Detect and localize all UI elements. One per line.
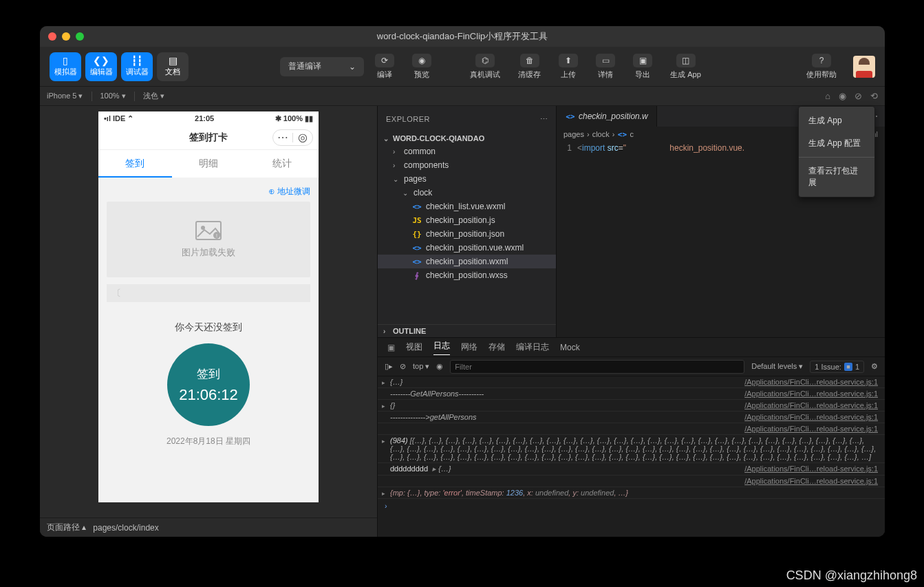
editor-pane: EXPLORER⋯ ⌄WORD-CLOCK-QIANDAO ›common ›c… (377, 106, 885, 537)
preview-button[interactable]: ◉预览 (405, 54, 438, 80)
help-icon: ? (812, 54, 831, 67)
simulator-footer: 页面路径 ▴ pages/clock/index (40, 517, 377, 537)
file-item[interactable]: ∮checkin_position.wxss (378, 268, 556, 282)
rotate-icon[interactable]: ⟲ (870, 91, 878, 101)
device-select[interactable]: iPhone 5 ▾ (47, 92, 83, 100)
editor-tab-active[interactable]: <>checkin_position.w (557, 106, 657, 127)
upload-button[interactable]: ⬆上传 (552, 54, 585, 80)
tab-detail[interactable]: 明细 (172, 150, 246, 178)
context-select[interactable]: top ▾ (413, 362, 429, 371)
theme-select[interactable]: 浅色 ▾ (143, 91, 164, 101)
image-fail-label: 图片加载失败 (182, 246, 235, 259)
tab-signin[interactable]: 签到 (98, 150, 172, 178)
issue-badge[interactable]: 1 Issue:■1 (810, 361, 864, 373)
adjust-location-link[interactable]: ⊕ 地址微调 (107, 186, 310, 198)
doc-icon: ▤ (169, 56, 178, 65)
phone-navbar: 签到打卡 ⋯◎ (98, 125, 319, 150)
maximize-window-icon[interactable] (76, 32, 84, 41)
signin-button[interactable]: 签到 21:06:12 (167, 343, 250, 426)
clear-console-icon[interactable]: ⊘ (400, 362, 406, 371)
tab-log[interactable]: 日志 (433, 340, 450, 355)
docs-button[interactable]: ▤文档 (157, 52, 189, 81)
folder-pages[interactable]: ⌄pages (378, 172, 556, 186)
capsule-close-icon[interactable]: ◎ (293, 131, 312, 144)
folder-clock[interactable]: ⌄clock (378, 186, 556, 200)
gen-app-dropdown: 生成 App 生成 App 配置 查看云打包进展 (798, 106, 875, 198)
file-item-active[interactable]: <>checkin_position.wxml (378, 255, 556, 268)
tab-storage[interactable]: 存储 (488, 341, 505, 353)
menu-view-progress[interactable]: 查看云打包进展 (799, 160, 874, 194)
sidebar-toggle-icon[interactable]: ▯▸ (385, 362, 393, 371)
compile-mode-dropdown[interactable]: 普通编译⌄ (280, 57, 364, 76)
log-source-link[interactable]: /Applications/FinCli…reload-service.js:1 (744, 378, 878, 386)
more-icon[interactable]: ⋯ (540, 115, 548, 124)
simulator-subbar: iPhone 5 ▾ 100% ▾ 浅色 ▾ ⌂ ◉ ⊘ ⟲ (40, 87, 885, 106)
trash-icon: 🗑 (520, 54, 539, 67)
file-item[interactable]: {}checkin_position.json (378, 227, 556, 241)
console-prompt[interactable]: › (378, 499, 885, 513)
wxml-icon: <> (565, 112, 574, 121)
mute-icon[interactable]: ⊘ (855, 91, 862, 101)
location-icon[interactable]: ◉ (839, 91, 846, 101)
log-source-link[interactable]: /Applications/FinCli…reload-service.js:1 (744, 477, 878, 485)
zoom-select[interactable]: 100% ▾ (100, 92, 126, 100)
log-source-link[interactable]: /Applications/FinCli…reload-service.js:1 (744, 389, 878, 398)
capsule-buttons: ⋯◎ (272, 129, 313, 146)
status-time: 21:05 (195, 114, 214, 122)
inspect-icon[interactable]: ▣ (387, 343, 395, 352)
editor-toggle[interactable]: ❮❯编辑器 (85, 52, 117, 81)
debugger-toggle[interactable]: ┇┇调试器 (121, 52, 153, 81)
home-icon[interactable]: ⌂ (825, 91, 830, 101)
chevron-down-icon: ⌄ (349, 62, 356, 72)
tab-view[interactable]: 视图 (406, 341, 422, 353)
console-filter[interactable] (450, 360, 744, 374)
project-root[interactable]: ⌄WORD-CLOCK-QIANDAO (378, 132, 556, 145)
folder-components[interactable]: ›components (378, 158, 556, 172)
folder-common[interactable]: ›common (378, 145, 556, 158)
broken-image-icon: ! (195, 220, 222, 241)
close-window-icon[interactable] (48, 32, 56, 41)
file-item[interactable]: JScheckin_position.js (378, 213, 556, 227)
menu-gen-config[interactable]: 生成 App 配置 (799, 132, 874, 155)
traffic-lights (40, 32, 84, 41)
compile-button[interactable]: ⟳编译 (368, 54, 401, 80)
details-button[interactable]: ▭详情 (589, 54, 622, 80)
folder-icon: ▣ (633, 54, 652, 67)
user-avatar[interactable] (853, 56, 875, 78)
page-path-label[interactable]: 页面路径 ▴ (47, 522, 86, 533)
clear-cache-button[interactable]: 🗑清缓存 (511, 54, 548, 80)
outline-section[interactable]: ›OUTLINE (378, 324, 556, 337)
sliders-icon: ┇┇ (131, 56, 142, 65)
tab-stats[interactable]: 统计 (245, 150, 319, 178)
code-icon: ❮❯ (93, 56, 109, 65)
gen-app-button[interactable]: ◫生成 App (663, 54, 708, 80)
log-source-link[interactable]: /Applications/FinCli…reload-service.js:1 (744, 401, 878, 409)
page-path-value: pages/clock/index (93, 523, 158, 533)
real-device-button[interactable]: ⌬真机调试 (463, 54, 507, 80)
svg-text:!: ! (216, 233, 217, 238)
tab-network[interactable]: 网络 (461, 341, 477, 353)
live-expr-icon[interactable]: ◉ (436, 362, 443, 371)
minimize-window-icon[interactable] (62, 32, 70, 41)
file-item[interactable]: <>checkin_list.vue.wxml (378, 200, 556, 213)
tab-mock[interactable]: Mock (560, 343, 580, 352)
console-output[interactable]: ▸{…}/Applications/FinCli…reload-service.… (378, 376, 885, 537)
log-source-link[interactable]: /Applications/FinCli…reload-service.js:1 (744, 465, 878, 473)
console-tabs: ▣ 视图 日志 网络 存储 编译日志 Mock (378, 338, 885, 357)
tab-compile-log[interactable]: 编译日志 (516, 341, 549, 353)
help-button[interactable]: ?使用帮助 (799, 54, 844, 80)
capsule-menu-icon[interactable]: ⋯ (273, 131, 292, 144)
settings-icon[interactable]: ⚙ (871, 362, 878, 371)
menu-gen-app[interactable]: 生成 App (799, 109, 874, 132)
bug-icon: ⌬ (475, 54, 495, 67)
log-source-link[interactable]: /Applications/FinCli…reload-service.js:1 (744, 425, 878, 433)
app-window: word-clock-qiandao-FinClip小程序开发工具 ▯模拟器 ❮… (40, 26, 885, 537)
not-signed-label: 你今天还没签到 (175, 321, 242, 334)
levels-select[interactable]: Default levels ▾ (751, 362, 803, 371)
eye-icon: ◉ (412, 54, 431, 67)
log-source-link[interactable]: /Applications/FinCli…reload-service.js:1 (744, 413, 878, 421)
phone-icon: ▯ (63, 56, 68, 65)
file-item[interactable]: <>checkin_position.vue.wxml (378, 241, 556, 255)
simulator-toggle[interactable]: ▯模拟器 (50, 52, 81, 81)
export-button[interactable]: ▣导出 (626, 54, 659, 80)
